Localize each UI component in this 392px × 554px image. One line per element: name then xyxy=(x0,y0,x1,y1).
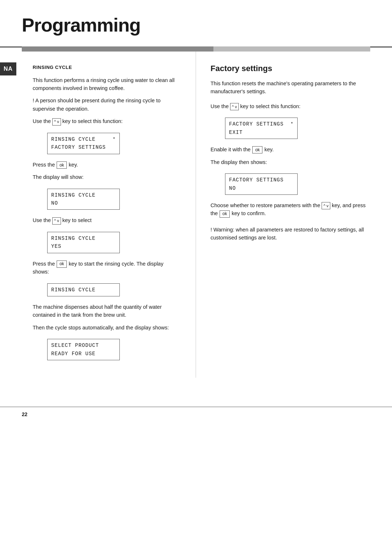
lcd-r2-line1-text: FACTORY SETTINGS xyxy=(229,176,283,184)
press-ok-instruction: Press the ok key. xyxy=(33,161,181,169)
rinsing-warning: ! A person should be present during the … xyxy=(33,97,181,113)
lcd5-row2: READY FOR USE xyxy=(51,350,116,358)
select-function-text: key to select this function: xyxy=(62,118,123,124)
content-area: NA RINSING CYCLE This function performs … xyxy=(0,52,392,378)
lcd-r1-star: * xyxy=(290,120,294,128)
display-then-shows: The display then shows: xyxy=(211,158,370,166)
select-function-text-r: key to select this function: xyxy=(240,103,301,109)
press-text-2: Press the xyxy=(33,261,55,267)
enable-ok-instruction: Enable it with the ok key. xyxy=(211,145,370,153)
lcd2-row2: NO xyxy=(51,199,116,207)
page: Programming NA RINSING CYCLE This functi… xyxy=(0,0,392,554)
lcd5-row1: SELECT PRODUCT xyxy=(51,341,116,349)
factory-settings-title: Factory settings xyxy=(211,62,370,74)
lcd2-line1-text: RINSING CYCLE xyxy=(51,191,95,199)
lcd3-line2-text: YES xyxy=(51,242,61,250)
right-column: Factory settings This function resets th… xyxy=(196,52,392,378)
lcd3-row1: RINSING CYCLE xyxy=(51,234,116,242)
lcd2-line2-text: NO xyxy=(51,199,58,207)
lcd1-row2: FACTORY SETTINGS xyxy=(51,143,116,151)
cycle-stops-text: Then the cycle stops automatically, and … xyxy=(33,324,181,332)
press-text: Press the xyxy=(33,162,55,168)
arrow-key-r2: ^ v xyxy=(322,202,330,209)
caret-up-icon-r: ^ xyxy=(232,104,234,110)
arrow-key-r: ^ v xyxy=(230,103,239,110)
caret-down-r2: v xyxy=(327,203,329,209)
display-will-show-text: The display will show: xyxy=(33,173,181,181)
lcd1-row1: RINSING CYCLE * xyxy=(51,135,116,143)
ok-key-label-2: ok xyxy=(60,260,64,267)
rinsing-select-instruction: Use the ^ v key to select this function: xyxy=(33,117,181,125)
section-heading-rinsing: RINSING CYCLE xyxy=(33,64,181,71)
lcd-display-3: RINSING CYCLE YES xyxy=(47,232,120,253)
lcd3-row2: YES xyxy=(51,242,116,250)
use-text-2: Use the xyxy=(33,217,51,223)
ok-key-1: ok xyxy=(57,161,67,169)
page-title: Programming xyxy=(22,11,370,39)
use-arrow-select: Use the ^ v key to select xyxy=(33,216,181,224)
choose-text: Choose whether to restore parameters wit… xyxy=(211,202,320,208)
caret-down-icon: v xyxy=(57,119,59,125)
ok-key-r2: ok xyxy=(220,210,230,218)
lcd-r2-row1: FACTORY SETTINGS xyxy=(229,176,294,184)
ok-key-r1: ok xyxy=(252,146,262,153)
press-ok-start: Press the ok key to start the rinsing cy… xyxy=(33,260,181,276)
lcd4-row1: RINSING CYCLE xyxy=(51,286,116,294)
lcd-display-2: RINSING CYCLE NO xyxy=(47,189,120,210)
lcd-r2-line2-text: NO xyxy=(229,184,236,192)
confirm-text: key to confirm. xyxy=(232,210,266,216)
ok-key-label-r2: ok xyxy=(222,210,227,217)
ok-key-label: ok xyxy=(60,162,64,169)
caret-up-icon-2: ^ xyxy=(54,218,56,224)
rinsing-para1: This function performs a rinsing cycle u… xyxy=(33,76,181,93)
lcd-display-r1: FACTORY SETTINGS * EXIT xyxy=(225,118,298,139)
lcd-display-5: SELECT PRODUCT READY FOR USE xyxy=(47,339,120,360)
lcd1-line1-text: RINSING CYCLE xyxy=(51,135,95,143)
ok-key-2: ok xyxy=(57,260,67,268)
lcd-r1-row2: EXIT xyxy=(229,128,294,136)
deco-bar xyxy=(22,46,370,52)
factory-warning: ! Warning: when all parameters are resto… xyxy=(211,226,370,242)
lcd5-line1-text: SELECT PRODUCT xyxy=(51,341,99,349)
caret-up-r2: ^ xyxy=(323,203,325,209)
caret-down-icon-r: v xyxy=(235,104,237,110)
lcd-display-4: RINSING CYCLE xyxy=(47,283,120,296)
lcd1-line2-text: FACTORY SETTINGS xyxy=(51,143,106,151)
arrow-key-2: ^ v xyxy=(52,217,61,225)
lcd2-row1: RINSING CYCLE xyxy=(51,191,116,199)
machine-dispenses-text: The machine dispenses about half the qua… xyxy=(33,303,181,319)
title-section: Programming xyxy=(0,0,392,48)
use-text-r: Use the xyxy=(211,103,229,109)
arrow-key-1: ^ v xyxy=(52,118,61,126)
lcd-display-r2: FACTORY SETTINGS NO xyxy=(225,173,298,195)
na-badge: NA xyxy=(0,62,16,75)
press-ok-after: key. xyxy=(69,162,78,168)
lcd-display-1: RINSING CYCLE * FACTORY SETTINGS xyxy=(47,133,120,154)
lcd1-star: * xyxy=(113,136,116,143)
factory-para1: This function resets the machine's opera… xyxy=(211,79,370,96)
key-select-text: key to select xyxy=(62,217,92,223)
use-text: Use the xyxy=(33,118,51,124)
caret-up-icon: ^ xyxy=(54,119,56,125)
lcd-r1-line1-text: FACTORY SETTINGS xyxy=(229,120,283,128)
lcd5-line2-text: READY FOR USE xyxy=(51,350,95,358)
enable-after: key. xyxy=(265,147,274,152)
lcd-r1-line2-text: EXIT xyxy=(229,128,243,136)
caret-down-icon-2: v xyxy=(57,218,59,224)
enable-text: Enable it with the xyxy=(211,147,250,152)
left-column: NA RINSING CYCLE This function performs … xyxy=(0,52,196,378)
lcd-r2-row2: NO xyxy=(229,184,294,192)
choose-restore-instruction: Choose whether to restore parameters wit… xyxy=(211,201,370,218)
factory-select-instruction: Use the ^ v key to select this function: xyxy=(211,102,370,110)
warning-text: ! A person should be present during the … xyxy=(33,98,160,111)
lcd4-line1-text: RINSING CYCLE xyxy=(51,286,95,294)
lcd3-line1-text: RINSING CYCLE xyxy=(51,234,95,242)
lcd-r1-row1: FACTORY SETTINGS * xyxy=(229,120,294,128)
ok-key-label-r1: ok xyxy=(255,147,260,153)
page-number: 22 xyxy=(22,411,28,418)
footer: 22 xyxy=(0,407,392,422)
